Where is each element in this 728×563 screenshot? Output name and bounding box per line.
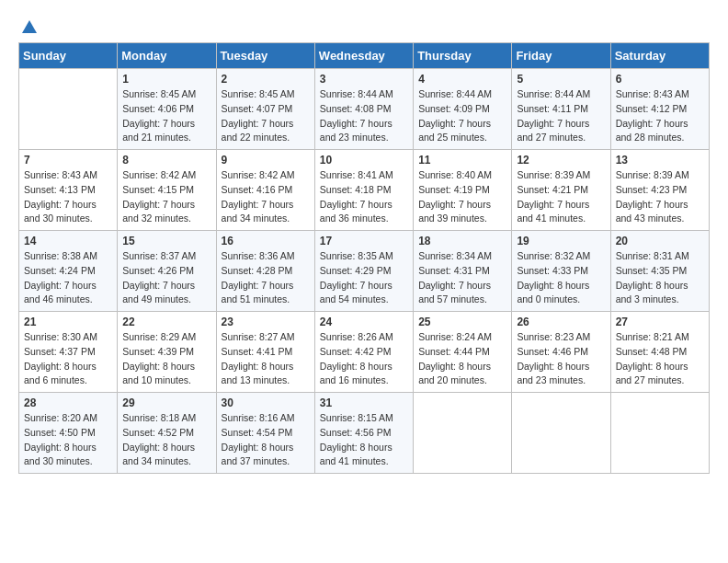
daylight: Daylight: 8 hours and 37 minutes.: [222, 442, 294, 467]
day-cell: 6 Sunrise: 8:43 AM Sunset: 4:12 PM Dayli…: [610, 69, 709, 150]
day-number: 22: [122, 316, 210, 328]
sunset: Sunset: 4:44 PM: [418, 346, 490, 357]
day-number: 16: [222, 235, 310, 247]
day-info: Sunrise: 8:39 AM Sunset: 4:21 PM Dayligh…: [517, 168, 605, 226]
day-info: Sunrise: 8:35 AM Sunset: 4:29 PM Dayligh…: [320, 249, 408, 307]
sunrise: Sunrise: 8:20 AM: [24, 412, 97, 423]
sunset: Sunset: 4:28 PM: [222, 265, 293, 276]
sunrise: Sunrise: 8:21 AM: [616, 331, 689, 342]
day-cell: 13 Sunrise: 8:39 AM Sunset: 4:23 PM Dayl…: [610, 150, 709, 231]
sunrise: Sunrise: 8:24 AM: [418, 331, 492, 342]
day-number: 14: [24, 235, 112, 247]
day-number: 25: [418, 316, 506, 328]
day-number: 29: [122, 396, 210, 409]
day-cell: 15 Sunrise: 8:37 AM Sunset: 4:26 PM Dayl…: [118, 231, 216, 312]
daylight: Daylight: 7 hours and 23 minutes.: [320, 118, 392, 144]
daylight: Daylight: 8 hours and 34 minutes.: [122, 442, 195, 467]
day-number: 30: [222, 396, 310, 409]
day-info: Sunrise: 8:29 AM Sunset: 4:39 PM Dayligh…: [122, 330, 210, 388]
day-cell: [414, 393, 512, 474]
day-cell: 20 Sunrise: 8:31 AM Sunset: 4:35 PM Dayl…: [610, 231, 709, 312]
day-info: Sunrise: 8:16 AM Sunset: 4:54 PM Dayligh…: [222, 411, 310, 469]
header-wednesday: Wednesday: [314, 43, 413, 69]
page-header: [18, 18, 710, 37]
day-info: Sunrise: 8:34 AM Sunset: 4:31 PM Dayligh…: [418, 249, 506, 307]
day-cell: 1 Sunrise: 8:45 AM Sunset: 4:06 PM Dayli…: [118, 69, 216, 150]
sunset: Sunset: 4:56 PM: [320, 427, 392, 438]
calendar-header: SundayMondayTuesdayWednesdayThursdayFrid…: [19, 43, 710, 69]
daylight: Daylight: 7 hours and 36 minutes.: [320, 199, 392, 224]
sunset: Sunset: 4:12 PM: [616, 103, 688, 114]
day-info: Sunrise: 8:26 AM Sunset: 4:42 PM Dayligh…: [320, 330, 408, 388]
sunset: Sunset: 4:35 PM: [616, 265, 688, 276]
day-cell: 19 Sunrise: 8:32 AM Sunset: 4:33 PM Dayl…: [512, 231, 610, 312]
day-cell: 27 Sunrise: 8:21 AM Sunset: 4:48 PM Dayl…: [610, 312, 709, 393]
day-cell: [610, 393, 709, 474]
daylight: Daylight: 7 hours and 57 minutes.: [418, 280, 491, 305]
day-cell: 16 Sunrise: 8:36 AM Sunset: 4:28 PM Dayl…: [216, 231, 314, 312]
day-number: 21: [24, 316, 112, 328]
sunset: Sunset: 4:19 PM: [418, 184, 490, 195]
day-info: Sunrise: 8:32 AM Sunset: 4:33 PM Dayligh…: [517, 249, 605, 307]
day-number: 28: [24, 396, 112, 409]
day-cell: 4 Sunrise: 8:44 AM Sunset: 4:09 PM Dayli…: [414, 69, 512, 150]
day-cell: 22 Sunrise: 8:29 AM Sunset: 4:39 PM Dayl…: [118, 312, 216, 393]
sunrise: Sunrise: 8:42 AM: [222, 169, 295, 180]
day-number: 31: [320, 396, 408, 409]
daylight: Daylight: 8 hours and 13 minutes.: [222, 361, 294, 386]
sunrise: Sunrise: 8:26 AM: [320, 331, 393, 342]
sunrise: Sunrise: 8:45 AM: [122, 88, 196, 99]
sunset: Sunset: 4:24 PM: [24, 265, 96, 276]
week-row-1: 7 Sunrise: 8:43 AM Sunset: 4:13 PM Dayli…: [19, 150, 710, 231]
sunset: Sunset: 4:54 PM: [222, 427, 293, 438]
day-info: Sunrise: 8:31 AM Sunset: 4:35 PM Dayligh…: [616, 249, 704, 307]
daylight: Daylight: 7 hours and 25 minutes.: [418, 118, 491, 144]
daylight: Daylight: 7 hours and 34 minutes.: [222, 199, 294, 224]
day-cell: 31 Sunrise: 8:15 AM Sunset: 4:56 PM Dayl…: [314, 393, 413, 474]
day-cell: 7 Sunrise: 8:43 AM Sunset: 4:13 PM Dayli…: [19, 150, 118, 231]
day-number: 4: [418, 73, 506, 86]
sunset: Sunset: 4:06 PM: [122, 103, 194, 114]
day-cell: 29 Sunrise: 8:18 AM Sunset: 4:52 PM Dayl…: [118, 393, 216, 474]
day-number: 6: [616, 73, 704, 86]
sunrise: Sunrise: 8:16 AM: [222, 412, 295, 423]
daylight: Daylight: 7 hours and 27 minutes.: [517, 118, 589, 144]
day-info: Sunrise: 8:43 AM Sunset: 4:12 PM Dayligh…: [616, 87, 704, 145]
daylight: Daylight: 7 hours and 22 minutes.: [222, 118, 294, 144]
sunset: Sunset: 4:39 PM: [122, 346, 194, 357]
daylight: Daylight: 7 hours and 30 minutes.: [24, 199, 97, 224]
logo-icon: [20, 18, 39, 37]
sunset: Sunset: 4:37 PM: [24, 346, 96, 357]
sunrise: Sunrise: 8:34 AM: [418, 250, 492, 261]
week-row-2: 14 Sunrise: 8:38 AM Sunset: 4:24 PM Dayl…: [19, 231, 710, 312]
calendar-table: SundayMondayTuesdayWednesdayThursdayFrid…: [18, 42, 710, 474]
daylight: Daylight: 8 hours and 27 minutes.: [616, 361, 688, 386]
day-cell: 5 Sunrise: 8:44 AM Sunset: 4:11 PM Dayli…: [512, 69, 610, 150]
sunset: Sunset: 4:16 PM: [222, 184, 293, 195]
day-number: 5: [517, 73, 605, 86]
sunrise: Sunrise: 8:43 AM: [24, 169, 97, 180]
daylight: Daylight: 8 hours and 0 minutes.: [517, 280, 589, 305]
day-info: Sunrise: 8:44 AM Sunset: 4:08 PM Dayligh…: [320, 87, 408, 145]
day-cell: [19, 69, 118, 150]
day-number: 10: [320, 154, 408, 167]
day-cell: 11 Sunrise: 8:40 AM Sunset: 4:19 PM Dayl…: [414, 150, 512, 231]
day-number: 19: [517, 235, 605, 247]
sunset: Sunset: 4:26 PM: [122, 265, 194, 276]
sunset: Sunset: 4:23 PM: [616, 184, 688, 195]
day-cell: 3 Sunrise: 8:44 AM Sunset: 4:08 PM Dayli…: [314, 69, 413, 150]
header-sunday: Sunday: [19, 43, 118, 69]
header-monday: Monday: [118, 43, 216, 69]
daylight: Daylight: 7 hours and 39 minutes.: [418, 199, 491, 224]
logo: [18, 18, 39, 37]
sunset: Sunset: 4:11 PM: [517, 103, 588, 114]
day-info: Sunrise: 8:23 AM Sunset: 4:46 PM Dayligh…: [517, 330, 605, 388]
day-info: Sunrise: 8:41 AM Sunset: 4:18 PM Dayligh…: [320, 168, 408, 226]
sunset: Sunset: 4:48 PM: [616, 346, 688, 357]
day-number: 24: [320, 316, 408, 328]
sunrise: Sunrise: 8:35 AM: [320, 250, 393, 261]
day-info: Sunrise: 8:42 AM Sunset: 4:16 PM Dayligh…: [222, 168, 310, 226]
daylight: Daylight: 7 hours and 49 minutes.: [122, 280, 195, 305]
day-cell: 18 Sunrise: 8:34 AM Sunset: 4:31 PM Dayl…: [414, 231, 512, 312]
sunrise: Sunrise: 8:37 AM: [122, 250, 196, 261]
